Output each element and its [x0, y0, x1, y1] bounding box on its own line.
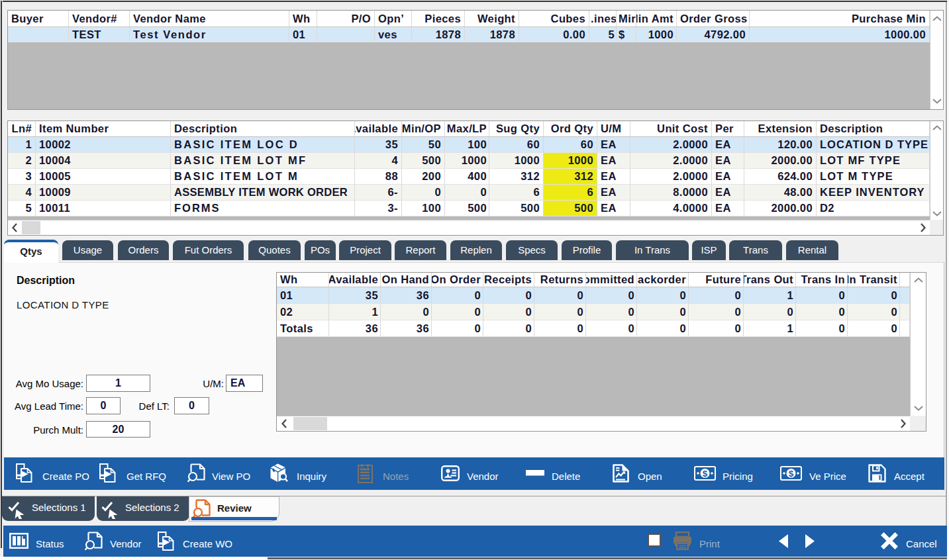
svg-text:$: $	[703, 469, 708, 479]
svg-text:$: $	[789, 469, 794, 479]
